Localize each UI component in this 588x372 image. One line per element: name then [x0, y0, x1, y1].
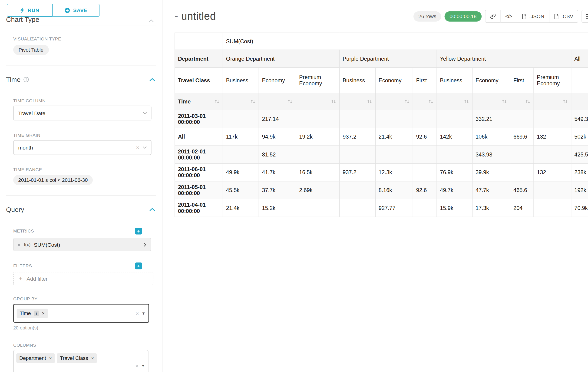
time-range-label: TIME RANGE	[13, 167, 156, 172]
time-sort-header[interactable]: Time	[175, 93, 223, 110]
plus-icon: +	[19, 276, 22, 282]
column-sort-header[interactable]	[437, 93, 472, 110]
value-cell: 21.4k	[223, 199, 259, 217]
value-cell: 204	[510, 199, 534, 217]
value-cell	[296, 199, 339, 217]
travel-class-header: Business	[339, 68, 375, 93]
save-button[interactable]: SAVE	[52, 4, 99, 17]
value-cell	[223, 110, 259, 128]
value-cell: 92.6	[413, 128, 437, 146]
column-sort-header[interactable]	[339, 93, 375, 110]
value-cell: 92.6	[413, 181, 437, 199]
sort-toggle-icon[interactable]	[502, 99, 507, 104]
column-dimension-label: Department	[175, 50, 223, 68]
viz-type-value[interactable]: Pivot Table	[13, 45, 49, 55]
export-csv-button[interactable]: .CSV	[549, 10, 578, 22]
sort-toggle-icon[interactable]	[404, 99, 410, 104]
metric-header-cell: SUM(Cost)	[223, 33, 588, 50]
value-cell: 17.3k	[472, 199, 510, 217]
sort-toggle-icon[interactable]	[331, 99, 336, 104]
chart-panel: - untitled 26 rows 00:00:00.18 </	[162, 0, 588, 372]
chevron-right-icon[interactable]	[143, 242, 146, 247]
clear-icon[interactable]: ×	[136, 145, 139, 150]
column-sort-header[interactable]	[296, 93, 339, 110]
sort-toggle-icon[interactable]	[428, 99, 434, 104]
query-timer-badge: 00:00:00.18	[445, 11, 482, 21]
column-sort-header[interactable]	[510, 93, 534, 110]
add-filter-dropzone[interactable]: + Add filter	[13, 272, 153, 285]
value-cell: 132	[534, 128, 571, 146]
export-json-button[interactable]: .JSON	[517, 10, 549, 22]
value-cell: 15.2k	[259, 199, 296, 217]
sort-toggle-icon[interactable]	[287, 99, 293, 104]
row-count-badge: 26 rows	[413, 11, 441, 21]
value-cell	[510, 110, 534, 128]
embed-code-button[interactable]: </>	[500, 10, 517, 22]
code-icon: </>	[505, 14, 512, 19]
time-section-header[interactable]: Time	[6, 75, 156, 84]
copy-link-button[interactable]	[485, 10, 501, 22]
time-range-value[interactable]: 2011-01-01 ≤ col < 2011-06-30	[13, 175, 93, 185]
action-bar: RUN SAVE	[6, 4, 156, 17]
value-cell: 106k	[472, 128, 510, 146]
column-sort-header[interactable]	[223, 93, 259, 110]
remove-tag-icon[interactable]: ×	[49, 356, 52, 361]
row-header-cell: All	[175, 128, 223, 146]
menu-button[interactable]	[581, 10, 588, 22]
info-icon	[23, 77, 29, 82]
columns-label: COLUMNS	[13, 343, 156, 347]
columns-select[interactable]: Department × Travel Class × × ▾	[13, 350, 148, 372]
sort-toggle-icon[interactable]	[367, 99, 372, 104]
add-metric-button[interactable]: +	[135, 228, 142, 234]
column-sort-header[interactable]	[375, 93, 413, 110]
row-header-cell: 2011-06-01 00:00:00	[175, 163, 223, 181]
chart-title[interactable]: - untitled	[175, 10, 216, 22]
sort-toggle-icon[interactable]	[464, 99, 469, 104]
value-cell: 425.5	[571, 146, 588, 163]
value-cell: 937.2	[339, 128, 375, 146]
sort-toggle-icon[interactable]	[525, 99, 531, 104]
pivot-row: 2011-03-01 00:00:00217.14332.21549.35	[175, 110, 588, 128]
chevron-up-icon[interactable]	[149, 208, 155, 211]
group-by-select[interactable]: Time i × × ▾	[13, 304, 149, 323]
filters-label: FILTERS	[13, 264, 32, 268]
chevron-up-icon[interactable]	[149, 78, 155, 81]
column-sort-header[interactable]	[413, 93, 437, 110]
column-sort-header[interactable]	[534, 93, 571, 110]
value-cell: 49.9k	[223, 163, 259, 181]
divider	[6, 26, 156, 26]
selected-tag: Department ×	[16, 353, 55, 363]
travel-class-header: Economy	[472, 68, 510, 93]
add-filter-button[interactable]: +	[135, 263, 142, 269]
metric-item[interactable]: × f(x) SUM(Cost)	[13, 238, 151, 251]
value-cell	[437, 110, 472, 128]
row-header-cell: 2011-02-01 00:00:00	[175, 146, 223, 163]
clear-icon[interactable]: ×	[135, 363, 138, 369]
time-column-select[interactable]: Travel Date	[13, 106, 152, 121]
column-sort-header-active[interactable]	[571, 93, 588, 110]
sort-toggle-icon[interactable]	[563, 99, 568, 104]
time-column-value: Travel Date	[18, 110, 45, 116]
tag-label: Department	[19, 355, 46, 361]
caret-down-icon[interactable]: ▾	[142, 363, 144, 368]
chart-type-heading: Chart Type	[6, 16, 39, 22]
value-cell: 465.6	[510, 181, 534, 199]
metric-label: SUM(Cost)	[34, 242, 60, 248]
run-button[interactable]: RUN	[7, 4, 52, 17]
value-cell: 94.9k	[259, 128, 296, 146]
remove-tag-icon[interactable]: ×	[91, 356, 94, 361]
clear-icon[interactable]: ×	[136, 310, 139, 316]
time-grain-select[interactable]: month ×	[13, 140, 152, 155]
info-icon[interactable]: i	[34, 311, 39, 316]
sort-toggle-icon[interactable]	[250, 99, 256, 104]
value-cell: 39.9k	[472, 163, 510, 181]
remove-tag-icon[interactable]: ×	[42, 311, 45, 316]
query-section-header[interactable]: Query	[6, 205, 156, 214]
sort-toggle-icon[interactable]	[214, 99, 220, 104]
value-cell	[510, 163, 534, 181]
remove-metric-icon[interactable]: ×	[17, 242, 21, 247]
column-sort-header[interactable]	[472, 93, 510, 110]
column-sort-header[interactable]	[259, 93, 296, 110]
value-cell	[437, 146, 472, 163]
caret-down-icon[interactable]: ▾	[142, 311, 145, 316]
